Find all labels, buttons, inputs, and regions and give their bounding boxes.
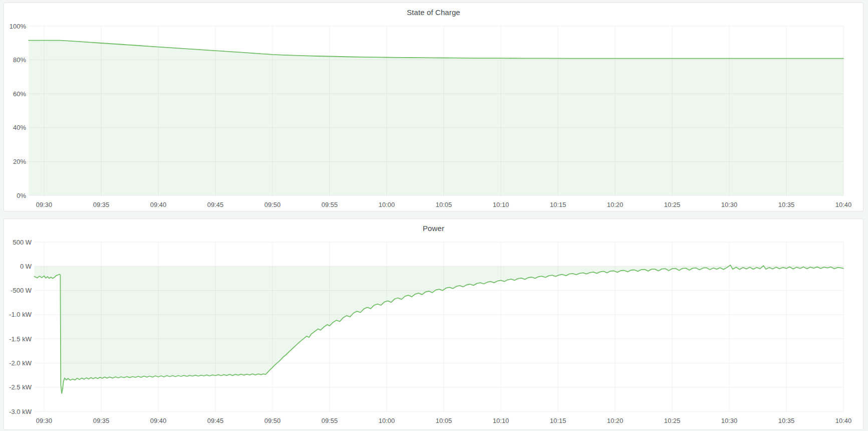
y-tick-label: 60% [13,90,26,98]
x-tick-label: 10:40 [835,417,852,424]
x-tick-label: 09:30 [36,201,53,208]
series-fill [29,41,843,195]
x-tick-label: 10:00 [379,201,395,208]
x-tick-label: 09:40 [150,417,167,424]
x-tick-label: 10:40 [835,201,852,208]
y-tick-label: 80% [13,56,26,64]
power-chart: 500 W0 W-500 W-1.0 kW-1.5 kW-2.0 kW-2.5 … [4,219,863,429]
x-tick-label: 10:10 [493,417,509,424]
x-tick-label: 10:30 [721,417,738,424]
x-tick-label: 10:15 [550,201,566,208]
panel-power: Power 500 W0 W-500 W-1.0 kW-1.5 kW-2.0 k… [4,219,863,430]
x-tick-label: 09:45 [207,201,224,208]
x-tick-label: 10:05 [436,201,452,208]
y-tick-label: 100% [10,23,27,30]
x-tick-label: 09:55 [322,201,338,208]
y-tick-label: -2.0 kW [9,359,32,367]
x-tick-label: 10:35 [778,417,795,424]
series-fill [35,265,843,393]
y-tick-label: -500 W [11,287,32,294]
x-tick-label: 10:20 [607,417,624,424]
y-tick-label: 40% [13,124,26,131]
x-tick-label: 10:30 [721,201,738,208]
soc-chart: 100%80%60%40%20%0%09:3009:3509:4009:4509… [4,3,863,211]
dashboard: State of Charge 100%80%60%40%20%0%09:300… [0,0,868,431]
panel-state-of-charge: State of Charge 100%80%60%40%20%0%09:300… [4,3,863,211]
x-tick-label: 10:05 [436,417,452,424]
x-tick-label: 10:35 [778,201,795,208]
x-tick-label: 09:50 [264,201,281,208]
x-tick-label: 10:10 [493,201,509,208]
y-tick-label: -1.0 kW [9,311,32,318]
y-tick-label: 0% [17,192,26,199]
x-tick-label: 09:50 [264,417,281,424]
x-tick-label: 10:00 [379,417,395,424]
y-tick-label: -2.5 kW [9,383,32,391]
x-tick-label: 10:25 [664,417,681,424]
y-tick-label: 20% [13,158,26,165]
x-tick-label: 09:55 [322,417,338,424]
x-tick-label: 09:40 [150,201,167,208]
y-tick-label: -1.5 kW [9,335,32,343]
y-tick-label: 0 W [20,263,32,270]
y-tick-label: 500 W [13,239,32,246]
x-tick-label: 09:35 [93,201,110,208]
y-tick-label: -3.0 kW [9,408,32,415]
x-tick-label: 09:30 [36,417,53,424]
x-tick-label: 10:25 [664,201,681,208]
x-tick-label: 10:15 [550,417,566,424]
x-tick-label: 09:45 [207,417,224,424]
x-tick-label: 09:35 [93,417,110,424]
x-tick-label: 10:20 [607,201,624,208]
